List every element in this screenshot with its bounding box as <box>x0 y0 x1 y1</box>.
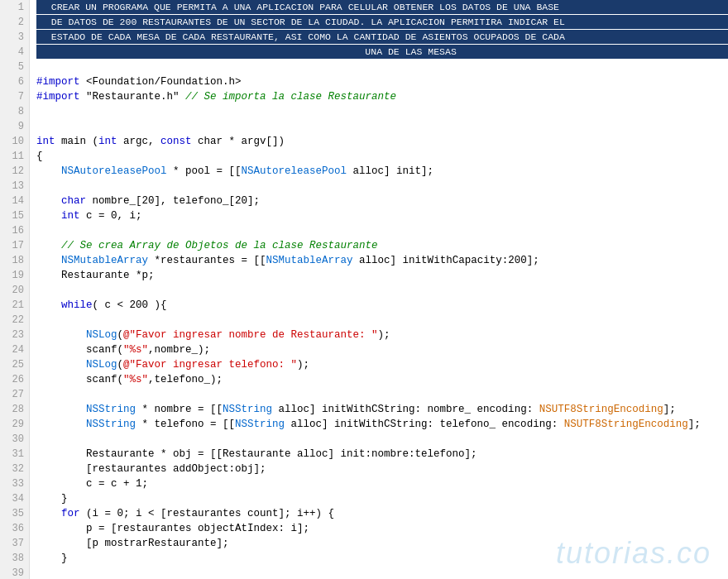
code-line-2: DE DATOS DE 200 RESTAURANTES DE UN SECTO… <box>36 15 728 30</box>
ln-29: 29 <box>0 417 24 432</box>
ln-24: 24 <box>0 342 24 357</box>
code-line-35: for (i = 0; i < [restaurantes count]; i+… <box>36 506 728 521</box>
code-line-16 <box>36 223 728 238</box>
ln-36: 36 <box>0 521 24 536</box>
code-line-25: NSLog(@"Favor ingresar telefono: "); <box>36 357 728 372</box>
code-line-31: Restaurante * obj = [[Restaurante alloc]… <box>36 447 728 462</box>
ln-16: 16 <box>0 223 24 238</box>
code-line-13 <box>36 179 728 194</box>
ln-38: 38 <box>0 551 24 566</box>
ln-11: 11 <box>0 149 24 164</box>
code-line-1: CREAR UN PROGRAMA QUE PERMITA A UNA APLI… <box>36 0 728 15</box>
code-line-11: { <box>36 149 728 164</box>
code-line-17: // Se crea Array de Objetos de la clase … <box>36 238 728 253</box>
code-line-8 <box>36 104 728 119</box>
ln-3: 3 <box>0 30 24 45</box>
code-line-29: NSString * telefono = [[NSString alloc] … <box>36 417 728 432</box>
ln-26: 26 <box>0 372 24 387</box>
code-line-38: } <box>36 551 728 566</box>
line-numbers: 1 2 3 4 5 6 7 8 9 10 11 12 13 14 15 16 1… <box>0 0 30 579</box>
ln-2: 2 <box>0 15 24 30</box>
code-content[interactable]: CREAR UN PROGRAMA QUE PERMITA A UNA APLI… <box>30 0 728 579</box>
code-line-15: int c = 0, i; <box>36 208 728 223</box>
code-line-4: UNA DE LAS MESAS <box>36 45 728 60</box>
code-line-18: NSMutableArray *restaurantes = [[NSMutab… <box>36 253 728 268</box>
code-line-20 <box>36 283 728 298</box>
ln-19: 19 <box>0 268 24 283</box>
ln-5: 5 <box>0 60 24 74</box>
ln-20: 20 <box>0 283 24 298</box>
ln-7: 7 <box>0 89 24 104</box>
ln-30: 30 <box>0 432 24 447</box>
code-line-22 <box>36 313 728 328</box>
ln-33: 33 <box>0 476 24 491</box>
code-line-36: p = [restaurantes objectAtIndex: i]; <box>36 521 728 536</box>
ln-1: 1 <box>0 0 24 15</box>
code-line-3: ESTADO DE CADA MESA DE CADA RESTAURANTE,… <box>36 30 728 45</box>
code-line-30 <box>36 432 728 447</box>
ln-31: 31 <box>0 447 24 462</box>
ln-32: 32 <box>0 462 24 476</box>
code-line-12: NSAutoreleasePool * pool = [[NSAutorelea… <box>36 164 728 179</box>
code-line-23: NSLog(@"Favor ingresar nombre de Restaur… <box>36 328 728 342</box>
code-line-39 <box>36 566 728 579</box>
ln-28: 28 <box>0 402 24 417</box>
code-line-37: [p mostrarRestaurante]; <box>36 536 728 551</box>
code-line-32: [restaurantes addObject:obj]; <box>36 462 728 476</box>
code-line-34: } <box>36 491 728 506</box>
ln-6: 6 <box>0 74 24 89</box>
code-line-26: scanf("%s",telefono_); <box>36 372 728 387</box>
ln-27: 27 <box>0 387 24 402</box>
code-line-14: char nombre_[20], telefono_[20]; <box>36 194 728 208</box>
ln-10: 10 <box>0 134 24 149</box>
ln-17: 17 <box>0 238 24 253</box>
ln-14: 14 <box>0 194 24 208</box>
code-line-9 <box>36 119 728 134</box>
code-line-6: #import <Foundation/Foundation.h> <box>36 74 728 89</box>
ln-18: 18 <box>0 253 24 268</box>
ln-34: 34 <box>0 491 24 506</box>
code-line-24: scanf("%s",nombre_); <box>36 342 728 357</box>
code-line-33: c = c + 1; <box>36 476 728 491</box>
ln-21: 21 <box>0 298 24 313</box>
code-line-7: #import "Restaurante.h" // Se importa la… <box>36 89 728 104</box>
code-line-10: int main (int argc, const char * argv[]) <box>36 134 728 149</box>
ln-23: 23 <box>0 328 24 342</box>
ln-35: 35 <box>0 506 24 521</box>
code-line-27 <box>36 387 728 402</box>
ln-9: 9 <box>0 119 24 134</box>
ln-8: 8 <box>0 104 24 119</box>
ln-15: 15 <box>0 208 24 223</box>
ln-22: 22 <box>0 313 24 328</box>
code-line-5 <box>36 60 728 74</box>
code-line-28: NSString * nombre = [[NSString alloc] in… <box>36 402 728 417</box>
ln-39: 39 <box>0 566 24 579</box>
code-line-21: while( c < 200 ){ <box>36 298 728 313</box>
ln-37: 37 <box>0 536 24 551</box>
code-editor: 1 2 3 4 5 6 7 8 9 10 11 12 13 14 15 16 1… <box>0 0 728 579</box>
ln-12: 12 <box>0 164 24 179</box>
ln-13: 13 <box>0 179 24 194</box>
ln-4: 4 <box>0 45 24 60</box>
ln-25: 25 <box>0 357 24 372</box>
code-line-19: Restaurante *p; <box>36 268 728 283</box>
